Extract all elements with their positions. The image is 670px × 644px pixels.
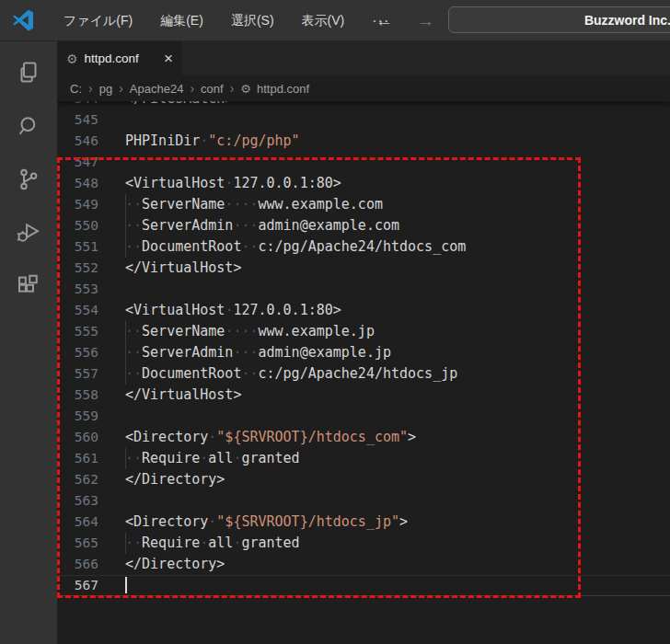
- tab-bar: ⚙ httpd.conf ×: [57, 41, 670, 75]
- line-number: 553: [57, 279, 98, 300]
- code-line-552[interactable]: 552</VirtualHost>: [57, 258, 670, 279]
- line-number: 552: [57, 258, 98, 279]
- activity-extensions-icon[interactable]: [6, 264, 51, 308]
- line-content: ··ServerAdmin···admin@example.jp: [98, 342, 670, 363]
- code-line-557[interactable]: 557··DocumentRoot··c:/pg/Apache24/htdocs…: [57, 363, 670, 385]
- line-number: 550: [57, 215, 98, 236]
- code-line-553[interactable]: 553: [57, 279, 670, 300]
- menu-selection[interactable]: 選択(S): [217, 0, 288, 41]
- code-line-565[interactable]: 565··Require·all·granted: [57, 533, 670, 554]
- line-number: 546: [57, 131, 98, 152]
- line-content: ··DocumentRoot··c:/pg/Apache24/htdocs_co…: [98, 236, 670, 258]
- code-line-562[interactable]: 562</Directory>: [57, 469, 670, 490]
- line-content: ··DocumentRoot··c:/pg/Apache24/htdocs_jp: [98, 363, 670, 385]
- line-number: 567: [57, 575, 98, 596]
- line-content: </Directory>: [98, 469, 670, 490]
- line-content: </FilesMatch>: [98, 101, 670, 109]
- line-number: 556: [57, 342, 98, 363]
- code-line-561[interactable]: 561··Require·all·granted: [57, 448, 670, 469]
- code-line-546[interactable]: 546PHPIniDir·"c:/pg/php": [57, 131, 670, 152]
- code-line-567[interactable]: 567: [57, 575, 670, 596]
- line-number: 561: [57, 448, 98, 469]
- forward-arrow-icon[interactable]: →: [417, 11, 434, 31]
- code-line-560[interactable]: 560<Directory·"${SRVROOT}/htdocs_com">: [57, 427, 670, 448]
- gear-icon: ⚙: [240, 82, 251, 96]
- line-content: ··Require·all·granted: [98, 448, 670, 469]
- line-number: 558: [57, 385, 98, 406]
- menu-edit[interactable]: 編集(E): [146, 0, 217, 41]
- line-content: [98, 406, 670, 427]
- chevron-right-icon: ›: [190, 81, 194, 96]
- line-number: 548: [57, 173, 98, 194]
- code-line-549[interactable]: 549··ServerName····www.example.com: [57, 194, 670, 215]
- command-center-text: Buzzword Inc.: [584, 13, 670, 28]
- code-line-544[interactable]: 544</FilesMatch>: [57, 101, 670, 109]
- breadcrumb-item[interactable]: pg: [99, 82, 112, 96]
- code-line-556[interactable]: 556··ServerAdmin···admin@example.jp: [57, 342, 670, 363]
- menu-view[interactable]: 表示(V): [288, 0, 359, 41]
- close-icon[interactable]: ×: [164, 51, 173, 66]
- code-line-548[interactable]: 548<VirtualHost·127.0.0.1:80>: [57, 173, 670, 194]
- history-nav: ← →: [375, 0, 434, 41]
- line-number: 544: [57, 101, 98, 109]
- code-line-545[interactable]: 545: [57, 109, 670, 131]
- line-content: ··ServerName····www.example.com: [98, 194, 670, 215]
- code-line-563[interactable]: 563: [57, 490, 670, 512]
- code-line-550[interactable]: 550··ServerAdmin···admin@example.com: [57, 215, 670, 236]
- chevron-right-icon: ›: [88, 81, 93, 96]
- line-number: 554: [57, 300, 98, 321]
- line-number: 557: [57, 363, 98, 385]
- line-content: </Directory>: [98, 554, 670, 575]
- line-content: [98, 109, 670, 131]
- text-cursor: [125, 577, 127, 593]
- menu-file[interactable]: ファイル(F): [50, 0, 146, 41]
- line-number: 549: [57, 194, 98, 215]
- code-line-564[interactable]: 564<Directory·"${SRVROOT}/htdocs_jp">: [57, 512, 670, 533]
- code-line-558[interactable]: 558</VirtualHost>: [57, 385, 670, 406]
- code-line-559[interactable]: 559: [57, 406, 670, 427]
- command-center[interactable]: Buzzword Inc.: [448, 6, 670, 33]
- vscode-window: ファイル(F)編集(E)選択(S)表示(V)··· ← → Buzzword I…: [0, 0, 670, 644]
- back-arrow-icon[interactable]: ←: [375, 11, 393, 31]
- line-number: 559: [57, 406, 98, 427]
- code-line-566[interactable]: 566</Directory>: [57, 554, 670, 575]
- line-number: 564: [57, 512, 98, 533]
- code-line-554[interactable]: 554<VirtualHost·127.0.0.1:80>: [57, 300, 670, 321]
- title-bar: ファイル(F)編集(E)選択(S)表示(V)··· ← → Buzzword I…: [0, 0, 670, 41]
- menu-bar: ファイル(F)編集(E)選択(S)表示(V)···: [50, 0, 403, 41]
- line-content: <VirtualHost·127.0.0.1:80>: [98, 173, 670, 194]
- breadcrumb-item[interactable]: conf: [201, 82, 224, 96]
- line-content: <VirtualHost·127.0.0.1:80>: [98, 300, 670, 321]
- code-line-547[interactable]: 547: [57, 152, 670, 173]
- code-line-551[interactable]: 551··DocumentRoot··c:/pg/Apache24/htdocs…: [57, 236, 670, 258]
- line-number: 545: [57, 109, 98, 131]
- line-content: </VirtualHost>: [98, 258, 670, 279]
- breadcrumb-item[interactable]: Apache24: [130, 82, 184, 96]
- code-line-555[interactable]: 555··ServerName····www.example.jp: [57, 321, 670, 342]
- line-content: <Directory·"${SRVROOT}/htdocs_com">: [98, 427, 670, 448]
- activity-source-control-icon[interactable]: [6, 157, 51, 201]
- line-content: [98, 152, 670, 173]
- activity-run-debug-icon[interactable]: [6, 211, 51, 255]
- breadcrumb-file[interactable]: httpd.conf: [257, 82, 309, 96]
- line-number: 563: [57, 490, 98, 512]
- activity-bar: [0, 41, 57, 644]
- breadcrumb-item[interactable]: C:: [70, 82, 82, 96]
- line-content: ··ServerName····www.example.jp: [98, 321, 670, 342]
- line-number: 565: [57, 533, 98, 554]
- code-editor[interactable]: 544</FilesMatch>545546PHPIniDir·"c:/pg/p…: [57, 101, 670, 644]
- activity-explorer-icon[interactable]: [6, 51, 51, 95]
- line-content: ··ServerAdmin···admin@example.com: [98, 215, 670, 236]
- tab-httpd-conf[interactable]: ⚙ httpd.conf ×: [57, 41, 182, 75]
- line-number: 555: [57, 321, 98, 342]
- tab-label: httpd.conf: [85, 52, 159, 65]
- line-content: [98, 279, 670, 300]
- activity-search-icon[interactable]: [6, 104, 51, 148]
- line-content: [98, 490, 670, 512]
- line-content: ··Require·all·granted: [98, 533, 670, 554]
- line-number: 547: [57, 152, 98, 173]
- line-number: 562: [57, 469, 98, 490]
- line-content: PHPIniDir·"c:/pg/php": [98, 131, 670, 152]
- chevron-right-icon: ›: [230, 81, 235, 96]
- line-content: [98, 575, 670, 596]
